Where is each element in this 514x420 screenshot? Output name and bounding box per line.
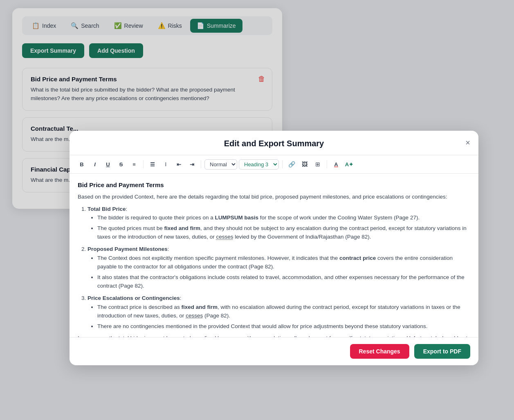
modal-close-button[interactable]: × (465, 138, 470, 147)
list-item-3: Price Escalations or Contingencies: The … (88, 294, 470, 331)
section1-heading: Bid Price and Payment Terms (78, 180, 470, 190)
ordered-list-button[interactable]: ☰ (147, 159, 158, 170)
reset-changes-button[interactable]: Reset Changes (350, 344, 409, 359)
toolbar-divider-2 (201, 160, 201, 168)
modal-title: Edit and Export Summary (224, 139, 324, 148)
unordered-list-button[interactable]: ⁝ (160, 159, 171, 170)
item1-heading: Total Bid Price (88, 206, 126, 212)
summary-paragraph: In summary, the total bid price must be … (78, 334, 470, 337)
list-item-1: Total Bid Price: The bidder is required … (88, 205, 470, 241)
align-button[interactable]: ≡ (128, 159, 140, 170)
bullet-3-1: The contract price is described as fixed… (97, 303, 470, 320)
paragraph-style-select[interactable]: Normal (204, 159, 237, 170)
toolbar-divider-4 (327, 160, 327, 168)
bold-button[interactable]: B (76, 159, 88, 170)
edit-export-modal: Edit and Export Summary × B I U S ≡ ☰ ⁝ … (70, 131, 478, 365)
italic-button[interactable]: I (89, 159, 101, 170)
image-button[interactable]: 🖼 (299, 159, 310, 170)
bullet-1-1: The bidder is required to quote their pr… (97, 213, 470, 222)
section1-intro: Based on the provided Context, here are … (78, 192, 470, 201)
indent-left-button[interactable]: ⇤ (173, 159, 184, 170)
text-color-button[interactable]: A (330, 159, 342, 170)
item1-bullets: The bidder is required to quote their pr… (97, 213, 470, 241)
link-button[interactable]: 🔗 (286, 159, 297, 170)
item3-heading: Price Escalations or Contingencies (88, 295, 180, 301)
export-to-pdf-button[interactable]: Export to PDF (414, 344, 470, 359)
bullet-2-2: It also states that the contractor's obl… (97, 273, 470, 290)
toolbar-divider-1 (143, 160, 144, 168)
editor-toolbar: B I U S ≡ ☰ ⁝ ⇤ ⇥ Normal Heading 3 🔗 🖼 ⊞… (70, 155, 478, 174)
item2-heading: Proposed Payment Milestones (88, 246, 168, 252)
table-button[interactable]: ⊞ (312, 159, 323, 170)
item2-bullets: The Context does not explicitly mention … (97, 254, 470, 290)
list-item-2: Proposed Payment Milestones: The Context… (88, 245, 470, 290)
main-list: Total Bid Price: The bidder is required … (88, 205, 470, 331)
editor-content[interactable]: Bid Price and Payment Terms Based on the… (70, 174, 478, 337)
toolbar-divider-3 (282, 160, 283, 168)
highlight-button[interactable]: A✦ (343, 159, 355, 170)
bullet-2-1: The Context does not explicitly mention … (97, 254, 470, 271)
modal-header: Edit and Export Summary × (70, 131, 478, 155)
bullet-1-2: The quoted prices must be fixed and firm… (97, 224, 470, 241)
bullet-3-2: There are no contingencies mentioned in … (97, 322, 470, 331)
indent-right-button[interactable]: ⇥ (186, 159, 198, 170)
item3-bullets: The contract price is described as fixed… (97, 303, 470, 331)
heading-style-select[interactable]: Heading 3 (239, 159, 279, 170)
underline-button[interactable]: U (102, 159, 114, 170)
strikethrough-button[interactable]: S (115, 159, 127, 170)
modal-footer: Reset Changes Export to PDF (70, 337, 478, 365)
